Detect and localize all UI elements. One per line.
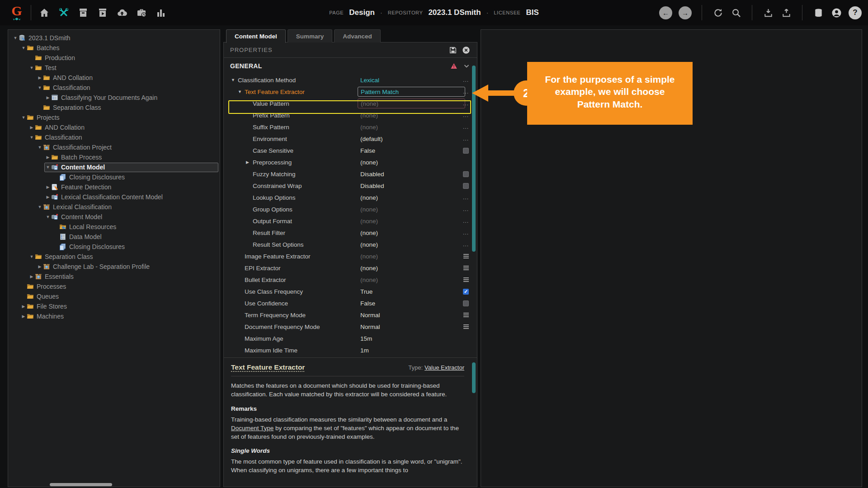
property-row[interactable]: Use ConfidenceFalse (224, 297, 477, 309)
property-row[interactable]: Result Filter(none)... (224, 227, 477, 239)
property-row[interactable]: Result Set Options(none)... (224, 239, 477, 250)
property-row[interactable]: Group Options(none)... (224, 203, 477, 215)
home-icon[interactable] (38, 7, 50, 19)
tree-item[interactable]: Closing Disclosures (8, 242, 220, 252)
forward-icon[interactable]: → (679, 6, 692, 19)
expander-icon[interactable]: ▶ (246, 156, 249, 168)
property-row[interactable]: Case SensitiveFalse (224, 145, 477, 156)
save-icon[interactable] (448, 46, 458, 55)
grooper-logo[interactable]: G (6, 5, 27, 21)
bar-chart-icon[interactable] (155, 7, 167, 19)
page-value[interactable]: Design (349, 8, 375, 17)
tree-item[interactable]: Processes (8, 282, 220, 291)
property-value[interactable]: Disabled (360, 180, 384, 192)
property-value[interactable]: (none) (360, 109, 378, 121)
expander-icon[interactable]: ▶ (37, 75, 43, 80)
help-scrollbar-thumb[interactable] (472, 362, 476, 393)
property-row[interactable]: ▼Classification MethodLexical... (224, 74, 477, 86)
ellipsis-button[interactable]: ... (463, 227, 469, 239)
tree-item[interactable]: ▼Test (8, 63, 220, 73)
tree-item[interactable]: ▼Projects (8, 113, 220, 122)
menu-icon[interactable] (463, 309, 469, 321)
tree-item[interactable]: ▼Lexical Classification (8, 202, 220, 212)
property-row[interactable]: ▶Preprocessing(none) (224, 156, 477, 168)
property-row[interactable]: Image Feature Extractor(none) (224, 250, 477, 262)
archive-box-icon[interactable] (77, 7, 89, 19)
property-value[interactable]: Pattern Match (358, 87, 465, 97)
tree-item[interactable]: ▼Separation Class (8, 252, 220, 262)
property-value[interactable]: Lexical (360, 74, 379, 86)
user-icon[interactable] (830, 7, 842, 19)
expander-icon[interactable]: ▶ (45, 155, 51, 160)
property-value[interactable]: (none) (360, 274, 378, 286)
expander-icon[interactable]: ▶ (28, 274, 35, 279)
checkbox-unchecked[interactable] (463, 168, 469, 180)
box-play-icon[interactable] (97, 7, 108, 19)
tree-item[interactable]: Closing Disclosures (8, 172, 220, 182)
tab-advanced[interactable]: Advanced (334, 29, 381, 42)
property-row[interactable]: Bullet Extractor(none) (224, 274, 477, 286)
property-value[interactable]: (none) (360, 192, 378, 203)
expander-icon[interactable]: ▼ (238, 86, 242, 98)
back-icon[interactable]: ← (659, 6, 672, 19)
tree-item[interactable]: ▼2023.1 DSmith (8, 33, 220, 43)
ellipsis-button[interactable]: ... (463, 239, 469, 250)
ellipsis-button[interactable]: ... (463, 121, 469, 133)
ellipsis-button[interactable]: ... (463, 192, 469, 203)
property-value[interactable]: False (360, 297, 375, 309)
property-value[interactable]: (none) (360, 239, 378, 250)
tree-item[interactable]: ▼Classification Project (8, 142, 220, 152)
checkbox-unchecked[interactable] (463, 297, 469, 309)
tree-item[interactable]: ▼Batches (8, 43, 220, 53)
checkbox-unchecked[interactable] (463, 145, 469, 156)
property-value[interactable]: Normal (360, 321, 380, 333)
ellipsis-button[interactable]: ... (463, 109, 469, 121)
property-value[interactable]: (none) (360, 262, 378, 274)
tree-item[interactable]: ▶AND Collation (8, 122, 220, 132)
tree-item[interactable]: Queues (8, 291, 220, 301)
repository-value[interactable]: 2023.1 DSmith (428, 8, 481, 17)
menu-icon[interactable] (463, 250, 469, 262)
tree-item[interactable]: ▶File Stores (8, 301, 220, 311)
expander-icon[interactable]: ▼ (45, 165, 51, 169)
tree-item[interactable]: Local Resources (8, 222, 220, 232)
tree-item[interactable]: ▼Classification (8, 83, 220, 93)
horizontal-scrollbar-thumb[interactable] (50, 483, 112, 486)
cloud-upload-icon[interactable] (116, 7, 128, 19)
tree-item[interactable]: ▼Classification (8, 132, 220, 142)
property-value[interactable]: (none) (360, 227, 378, 239)
property-row[interactable]: Fuzzy MatchingDisabled (224, 168, 477, 180)
expander-icon[interactable]: ▶ (45, 185, 51, 189)
tree-item[interactable]: ▶Feature Detection (8, 182, 220, 192)
expander-icon[interactable]: ▼ (37, 85, 43, 90)
property-row[interactable]: Use Class FrequencyTrue✓ (224, 286, 477, 297)
briefcase-clock-icon[interactable] (136, 7, 147, 19)
close-icon[interactable] (462, 46, 471, 55)
tools-icon[interactable] (58, 7, 70, 19)
menu-icon[interactable] (463, 274, 469, 286)
ellipsis-button[interactable]: ... (463, 133, 469, 145)
property-value[interactable]: (default) (360, 133, 383, 145)
search-icon[interactable] (730, 7, 742, 19)
ellipsis-button[interactable]: ... (463, 86, 469, 98)
ellipsis-button[interactable]: ... (463, 98, 469, 109)
property-row[interactable]: Term Frequency ModeNormal (224, 309, 477, 321)
tree-item[interactable]: Data Model (8, 232, 220, 242)
property-row[interactable]: ▼Text Feature ExtractorPattern Match... (224, 86, 477, 98)
download-icon[interactable] (762, 7, 774, 19)
property-row[interactable]: Lookup Options(none)... (224, 192, 477, 203)
expander-icon[interactable]: ▼ (231, 74, 235, 86)
property-row[interactable]: Maximum Age15m (224, 333, 477, 344)
expander-icon[interactable]: ▶ (20, 314, 27, 319)
menu-icon[interactable] (463, 321, 469, 333)
tree-item[interactable]: ▶Batch Process (8, 152, 220, 162)
tab-content-model[interactable]: Content Model (226, 29, 286, 43)
checkbox-checked[interactable]: ✓ (463, 286, 469, 297)
property-group-header[interactable]: GENERAL (224, 58, 477, 74)
tree-item[interactable]: Separation Class (8, 103, 220, 113)
ellipsis-button[interactable]: ... (463, 203, 469, 215)
property-row[interactable]: Maximum Idle Time1m (224, 344, 477, 356)
expander-icon[interactable]: ▼ (12, 36, 19, 40)
property-row[interactable]: Constrained WrapDisabled (224, 180, 477, 192)
property-value[interactable]: (none) (360, 156, 378, 168)
